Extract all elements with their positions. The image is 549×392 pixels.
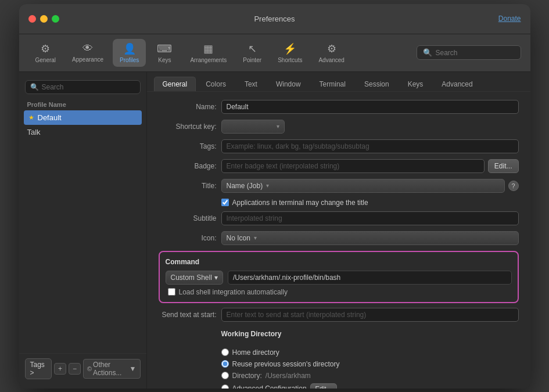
custom-shell-arrow: ▾: [214, 274, 218, 282]
sidebar-search-input[interactable]: [42, 83, 135, 91]
title-help-button[interactable]: ?: [508, 181, 519, 191]
toolbar-profiles[interactable]: 👤 Profiles: [113, 39, 146, 67]
name-field: [221, 100, 519, 114]
command-row: Custom Shell ▾: [166, 271, 512, 285]
toolbar-shortcuts[interactable]: ⚡ Shortcuts: [271, 39, 309, 67]
toolbar-advanced[interactable]: ⚙ Advanced: [311, 39, 351, 67]
custom-shell-select[interactable]: Custom Shell ▾: [166, 271, 223, 285]
name-input[interactable]: [221, 100, 519, 114]
minimize-button[interactable]: [40, 15, 48, 23]
tags-input[interactable]: [221, 139, 519, 153]
badge-input[interactable]: [221, 159, 485, 173]
tags-row: Tags:: [159, 139, 519, 153]
directory-label: Directory:: [232, 372, 262, 380]
directory-row: Directory: /Users/arkham: [221, 372, 519, 380]
title-value: Name (Job): [227, 182, 263, 190]
sidebar-item-default[interactable]: ★ Default: [24, 110, 142, 125]
donate-link[interactable]: Donate: [498, 15, 521, 23]
badge-edit-button[interactable]: Edit...: [488, 159, 519, 173]
shortcut-key-select[interactable]: ▾: [221, 120, 285, 134]
add-profile-button[interactable]: +: [54, 363, 66, 375]
advanced-config-edit-button[interactable]: Edit...: [310, 383, 337, 389]
title-label: Title:: [159, 182, 217, 190]
command-section-title: Command: [166, 258, 512, 266]
reuse-session-radio[interactable]: [221, 360, 229, 368]
tags-label: Tags:: [159, 142, 217, 150]
badge-field: Edit...: [221, 159, 519, 173]
tab-general[interactable]: General: [154, 77, 196, 91]
advanced-icon: ⚙: [327, 42, 336, 55]
toolbar-general[interactable]: ⚙ General: [28, 39, 63, 67]
load-shell-label: Load shell integration automatically: [179, 288, 288, 296]
toolbar-advanced-label: Advanced: [318, 57, 344, 63]
badge-row: Badge: Edit...: [159, 159, 519, 173]
maximize-button[interactable]: [52, 15, 59, 23]
sidebar-column-header: Profile Name: [19, 99, 146, 110]
close-button[interactable]: [28, 15, 36, 23]
command-section: Command Custom Shell ▾ Load shell integr…: [159, 251, 519, 303]
tab-window[interactable]: Window: [267, 77, 310, 91]
directory-radio[interactable]: [221, 372, 229, 379]
directory-path: /Users/arkham: [265, 372, 311, 380]
toolbar-keys[interactable]: ⌨ Keys: [148, 39, 181, 67]
home-dir-radio[interactable]: [221, 348, 229, 356]
toolbar: ⚙ General 👁 Appearance 👤 Profiles ⌨ Keys…: [19, 34, 530, 72]
sidebar-item-default-label: Default: [38, 113, 62, 122]
advanced-config-row: Advanced Configuration Edit...: [221, 383, 519, 389]
tags-field: [221, 139, 519, 153]
advanced-config-label: Advanced Configuration: [232, 384, 307, 389]
title-select[interactable]: Name (Job) ▾: [221, 179, 505, 193]
gear-icon: ⚙: [41, 42, 50, 55]
advanced-config-radio[interactable]: [221, 384, 229, 389]
grid-icon: ▦: [203, 42, 213, 55]
shortcut-key-value: [227, 123, 273, 131]
tab-keys[interactable]: Keys: [399, 77, 432, 91]
window-title: Preferences: [254, 15, 295, 23]
name-row: Name:: [159, 100, 519, 114]
tags-button[interactable]: Tags >: [25, 358, 52, 379]
tab-text[interactable]: Text: [236, 77, 266, 91]
tab-terminal[interactable]: Terminal: [311, 77, 354, 91]
subtitle-input[interactable]: [221, 211, 519, 225]
other-actions-button[interactable]: © Other Actions... ▼: [83, 359, 141, 379]
toolbar-arrangements[interactable]: ▦ Arrangements: [183, 39, 234, 67]
icon-field: No Icon ▾: [221, 231, 519, 245]
toolbar-pointer[interactable]: ↖ Pointer: [236, 39, 268, 67]
title-change-checkbox[interactable]: [221, 199, 229, 206]
toolbar-search: 🔍: [417, 45, 521, 60]
remove-profile-button[interactable]: −: [69, 363, 81, 375]
search-input[interactable]: [436, 49, 515, 57]
title-row: Title: Name (Job) ▾ ?: [159, 179, 519, 193]
icon-label: Icon:: [159, 234, 217, 242]
other-actions-arrow: ▼: [130, 365, 137, 373]
sidebar-search-icon: 🔍: [30, 83, 39, 91]
form-content: Name: Shortcut key: ▾: [147, 92, 530, 389]
tab-advanced[interactable]: Advanced: [433, 77, 481, 91]
person-icon: 👤: [123, 42, 136, 55]
main-content: 🔍 Profile Name ★ Default Talk Tags > + −…: [19, 72, 530, 389]
send-text-input[interactable]: [221, 308, 519, 322]
sidebar-search-container: 🔍: [25, 80, 141, 94]
working-dir-title: Working Directory: [221, 330, 282, 338]
toolbar-appearance[interactable]: 👁 Appearance: [65, 39, 110, 66]
other-actions-label: Other Actions...: [93, 361, 128, 377]
shortcut-key-arrow: ▾: [277, 123, 279, 130]
send-text-label: Send text at start:: [159, 311, 217, 319]
command-path-input[interactable]: [228, 271, 512, 285]
icon-select[interactable]: No Icon ▾: [221, 231, 519, 245]
toolbar-profiles-label: Profiles: [120, 57, 139, 63]
toolbar-shortcuts-label: Shortcuts: [278, 57, 302, 63]
search-icon: 🔍: [423, 48, 432, 57]
right-panel: General Colors Text Window Terminal Sess…: [147, 72, 530, 389]
sidebar-footer: Tags > + − © Other Actions... ▼: [19, 353, 146, 384]
shortcut-key-label: Shortcut key:: [159, 123, 217, 131]
tab-colors[interactable]: Colors: [197, 77, 235, 91]
load-shell-checkbox[interactable]: [168, 288, 175, 296]
keyboard-icon: ⌨: [157, 42, 172, 55]
sidebar-item-talk[interactable]: Talk: [19, 125, 146, 139]
tab-session[interactable]: Session: [356, 77, 398, 91]
reuse-session-label: Reuse previous session's directory: [232, 360, 340, 368]
preferences-window: Preferences Donate ⚙ General 👁 Appearanc…: [19, 4, 530, 389]
star-icon: ★: [28, 114, 34, 121]
copyright-icon: ©: [87, 365, 92, 372]
